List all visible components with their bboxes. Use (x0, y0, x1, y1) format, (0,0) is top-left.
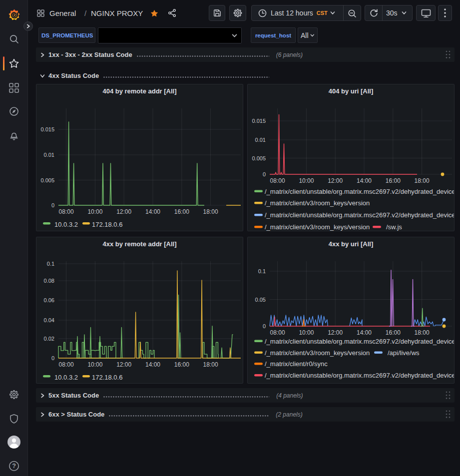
svg-text:0: 0 (263, 171, 266, 177)
svg-text:16:00: 16:00 (386, 329, 401, 336)
svg-text:0.01: 0.01 (255, 137, 266, 143)
svg-text:/_matrix/client/unstable/org.m: /_matrix/client/unstable/org.matrix.msc2… (265, 188, 455, 195)
svg-text:0.02: 0.02 (44, 336, 54, 342)
svg-text:0.1: 0.1 (47, 261, 54, 267)
svg-text:0.015: 0.015 (40, 126, 54, 132)
svg-text:172.18.0.6: 172.18.0.6 (92, 374, 122, 381)
svg-text:0.1: 0.1 (258, 268, 266, 274)
svg-text:/_matrix/client/v3/room_keys/v: /_matrix/client/v3/room_keys/version (265, 199, 370, 207)
svg-text:14:00: 14:00 (357, 177, 372, 184)
svg-text:14:00: 14:00 (145, 361, 160, 368)
svg-text:18:00: 18:00 (415, 177, 430, 184)
svg-text:14:00: 14:00 (357, 329, 372, 336)
svg-text:10:00: 10:00 (299, 329, 314, 336)
svg-text:0.005: 0.005 (252, 155, 266, 161)
svg-text:10:00: 10:00 (87, 361, 102, 368)
svg-text:16:00: 16:00 (174, 361, 189, 368)
svg-text:10:00: 10:00 (87, 208, 102, 215)
svg-text:0: 0 (51, 355, 54, 361)
svg-text:12:00: 12:00 (328, 329, 343, 336)
svg-text:/_matrix/client/v3/room_keys/v: /_matrix/client/v3/room_keys/version (265, 223, 370, 231)
svg-text:12:00: 12:00 (116, 361, 131, 368)
svg-text:172.18.0.6: 172.18.0.6 (92, 221, 122, 228)
svg-text:18:00: 18:00 (415, 329, 430, 336)
svg-text:14:00: 14:00 (145, 208, 160, 215)
svg-text:08:00: 08:00 (59, 361, 74, 368)
svg-text:16:00: 16:00 (386, 177, 401, 184)
svg-text:/_matrix/client/v3/room_keys/v: /_matrix/client/v3/room_keys/version (265, 349, 370, 357)
svg-text:/_matrix/client/unstable/org.m: /_matrix/client/unstable/org.matrix.msc2… (265, 338, 455, 345)
svg-text:0.01: 0.01 (44, 152, 54, 158)
svg-text:0.05: 0.05 (255, 297, 266, 303)
svg-text:/_matrix/client/unstable/org.m: /_matrix/client/unstable/org.matrix.msc2… (265, 372, 455, 379)
svg-text:/sw.js: /sw.js (386, 223, 402, 231)
svg-text:/_matrix/client/r0/sync: /_matrix/client/r0/sync (265, 360, 328, 368)
svg-text:18:00: 18:00 (203, 208, 218, 215)
svg-text:/api/live/ws: /api/live/ws (388, 349, 420, 357)
svg-text:08:00: 08:00 (270, 177, 285, 184)
svg-text:0.06: 0.06 (44, 297, 54, 303)
svg-text:0: 0 (263, 323, 266, 329)
svg-text:16:00: 16:00 (174, 208, 189, 215)
svg-text:12:00: 12:00 (328, 177, 343, 184)
svg-text:0.04: 0.04 (44, 317, 54, 323)
svg-text:10.0.3.2: 10.0.3.2 (54, 374, 78, 381)
svg-text:10:00: 10:00 (299, 177, 314, 184)
svg-text:0: 0 (51, 202, 54, 208)
svg-text:0.005: 0.005 (40, 177, 54, 183)
svg-text:10.0.3.2: 10.0.3.2 (54, 221, 78, 228)
svg-text:0.015: 0.015 (252, 118, 266, 124)
svg-text:12:00: 12:00 (116, 208, 131, 215)
svg-text:0.08: 0.08 (44, 278, 54, 284)
svg-text:08:00: 08:00 (59, 208, 74, 215)
svg-text:08:00: 08:00 (270, 329, 285, 336)
svg-text:?: ? (12, 463, 16, 470)
svg-text:18:00: 18:00 (203, 361, 218, 368)
svg-text:/_matrix/client/unstable/org.m: /_matrix/client/unstable/org.matrix.msc2… (265, 211, 455, 219)
